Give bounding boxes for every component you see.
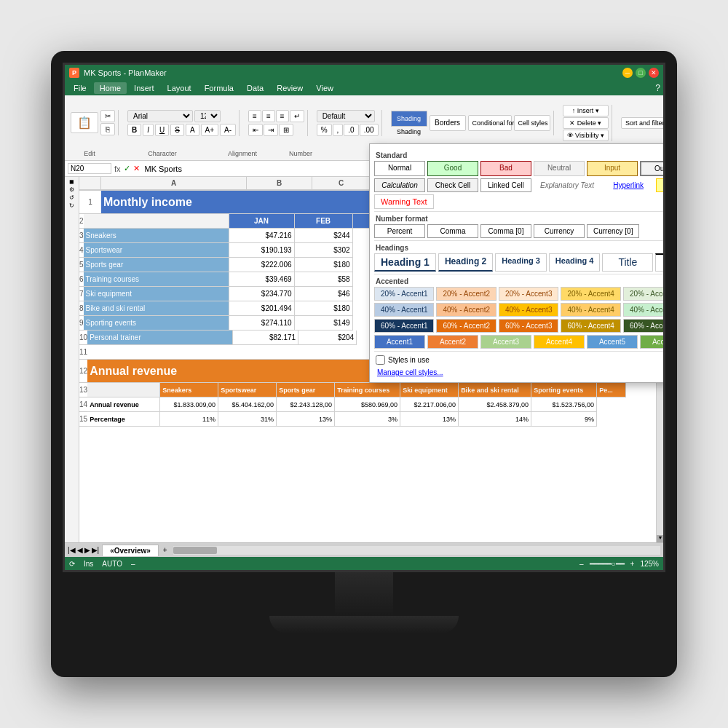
zoom-in-icon[interactable]: + — [630, 560, 635, 568]
help-icon[interactable]: ? — [655, 83, 660, 93]
style-linked-cell[interactable]: Linked Cell — [480, 178, 531, 192]
cell-pct-sneakers[interactable]: 11% — [160, 412, 218, 427]
borders-button[interactable]: Borders — [430, 115, 466, 131]
style-input[interactable]: Input — [587, 161, 638, 176]
font-size-select[interactable]: 12 — [194, 110, 221, 122]
style-check-cell[interactable]: Check Cell — [427, 178, 478, 192]
wrap-text-button[interactable]: ↵ — [290, 110, 304, 122]
style-currency[interactable]: Currency — [534, 224, 585, 238]
cell-sports-gear-jan[interactable]: $222.006 — [229, 258, 295, 272]
menu-insert[interactable]: Insert — [128, 82, 160, 94]
tab-prev-button[interactable]: ◀ — [77, 546, 83, 554]
style-heading3[interactable]: Heading 3 — [495, 253, 547, 272]
copy-button[interactable]: ⎘ — [100, 123, 115, 135]
style-warning-text[interactable]: Warning Text — [374, 194, 434, 209]
cell-styles-button[interactable]: Cell styles — [514, 115, 550, 131]
style-heading1[interactable]: Heading 1 — [374, 253, 436, 272]
cell-training-jan[interactable]: $39.469 — [229, 272, 295, 287]
cell-bike-rental-label[interactable]: Bike and ski rental — [84, 301, 229, 316]
style-accent5[interactable]: Accent5 — [587, 335, 638, 349]
cell-reference-input[interactable] — [68, 163, 111, 174]
font-family-select[interactable]: Arial — [127, 110, 193, 122]
cell-annual-training[interactable]: $580.969,00 — [335, 397, 400, 412]
thousands-button[interactable]: , — [333, 124, 344, 136]
style-40-accent2[interactable]: 40% - Accent2 — [436, 303, 496, 317]
style-comma[interactable]: Comma — [427, 224, 478, 238]
font-size-increase-button[interactable]: A+ — [201, 124, 219, 136]
cell-annual-revenue-label[interactable]: Annual revenue — [87, 397, 160, 412]
style-60-accent2[interactable]: 60% - Accent2 — [436, 319, 496, 333]
cell-sportswear-label[interactable]: Sportswear — [84, 243, 229, 258]
menu-formula[interactable]: Formula — [199, 82, 240, 94]
style-heading2[interactable]: Heading 2 — [438, 253, 493, 272]
style-total[interactable]: Total — [655, 253, 665, 272]
indent-inc-button[interactable]: ⇥ — [264, 124, 278, 136]
cell-sneakers-feb[interactable]: $244 — [295, 229, 353, 243]
toolbar-icon-2[interactable]: ⚙ — [69, 186, 74, 193]
cell-sports-gear-label[interactable]: Sports gear — [84, 258, 229, 272]
cell-annual-ski-eq[interactable]: $2.217.006,00 — [400, 397, 459, 412]
cell-bike-rental-jan[interactable]: $201.494 — [229, 301, 295, 316]
tab-next-button[interactable]: ▶ — [84, 546, 90, 554]
cell-personal-trainer-jan[interactable]: $82.171 — [233, 331, 298, 345]
shading-button[interactable]: Shading — [391, 111, 427, 127]
cell-jan-header[interactable]: JAN — [229, 214, 295, 229]
scroll-thumb[interactable] — [173, 547, 217, 554]
cell-col-bike[interactable]: Bike and ski rental — [459, 383, 531, 397]
insert-button[interactable]: ↑ Insert ▾ — [563, 105, 609, 116]
cell-ski-equipment-label[interactable]: Ski equipment — [84, 287, 229, 301]
zoom-slider[interactable]: ━━━━━○━━ — [590, 560, 625, 568]
cell-col-sportswear[interactable]: Sportswear — [218, 383, 277, 397]
style-title[interactable]: Title — [602, 253, 653, 272]
align-right-button[interactable]: ≡ — [276, 110, 289, 122]
cell-pct-sportswear[interactable]: 31% — [218, 412, 277, 427]
number-format-select[interactable]: Default — [317, 110, 375, 122]
style-neutral[interactable]: Neutral — [534, 161, 585, 176]
style-hyperlink[interactable]: Hyperlink — [603, 178, 654, 192]
decimal-dec-button[interactable]: .00 — [360, 124, 379, 136]
minimize-button[interactable]: ─ — [622, 68, 633, 78]
cell-annual-bike[interactable]: $2.458.379,00 — [459, 397, 531, 412]
cell-col-training[interactable]: Training courses — [335, 383, 400, 397]
underline-button[interactable]: U — [155, 124, 169, 136]
style-bad[interactable]: Bad — [480, 161, 531, 176]
tab-last-button[interactable]: ▶| — [92, 546, 100, 554]
cell-sneakers-label[interactable]: Sneakers — [84, 229, 229, 243]
menu-review[interactable]: Review — [271, 82, 309, 94]
cell-training-feb[interactable]: $58 — [295, 272, 353, 287]
bold-button[interactable]: B — [127, 124, 141, 136]
style-40-accent5[interactable]: 40% - Accent5 — [623, 303, 665, 317]
add-sheet-button[interactable]: + — [160, 546, 170, 554]
style-20-accent5[interactable]: 20% - Accent5 — [623, 287, 665, 301]
cell-annual-sports-gear[interactable]: $2.243.128,00 — [277, 397, 335, 412]
cell-bike-rental-feb[interactable]: $180 — [295, 301, 353, 316]
conditional-format-button[interactable]: Conditional formatting — [468, 115, 512, 131]
style-accent3[interactable]: Accent3 — [480, 335, 531, 349]
cell-sporting-events-feb[interactable]: $149 — [295, 316, 353, 331]
zoom-out-icon[interactable]: – — [579, 560, 584, 568]
cell-pct-sporting[interactable]: 9% — [531, 412, 597, 427]
align-left-button[interactable]: ≡ — [248, 110, 261, 122]
style-good[interactable]: Good — [427, 161, 478, 176]
decimal-inc-button[interactable]: .0 — [344, 124, 358, 136]
menu-data[interactable]: Data — [241, 82, 269, 94]
style-40-accent4[interactable]: 40% - Accent4 — [561, 303, 620, 317]
menu-layout[interactable]: Layout — [162, 82, 197, 94]
toolbar-icon-1[interactable]: ◼ — [69, 178, 74, 185]
cell-col-pe[interactable]: Pe... — [597, 383, 626, 397]
cell-empty-13[interactable] — [87, 383, 160, 397]
style-percent[interactable]: Percent — [374, 224, 425, 238]
cell-pct-ski-eq[interactable]: 13% — [400, 412, 459, 427]
style-comma0[interactable]: Comma [0] — [480, 224, 531, 238]
style-heading4[interactable]: Heading 4 — [549, 253, 601, 272]
cell-empty-2a[interactable] — [84, 214, 229, 229]
cell-col-sneakers[interactable]: Sneakers — [160, 383, 218, 397]
delete-button[interactable]: ✕ Delete ▾ — [563, 117, 609, 129]
close-button[interactable]: ✕ — [649, 68, 659, 78]
style-60-accent4[interactable]: 60% - Accent4 — [561, 319, 620, 333]
menu-file[interactable]: File — [68, 82, 92, 94]
style-20-accent1[interactable]: 20% - Accent1 — [374, 287, 434, 301]
cell-sneakers-jan[interactable]: $47.216 — [229, 229, 295, 243]
indent-dec-button[interactable]: ⇤ — [248, 124, 263, 136]
style-note[interactable]: Note — [656, 178, 665, 192]
